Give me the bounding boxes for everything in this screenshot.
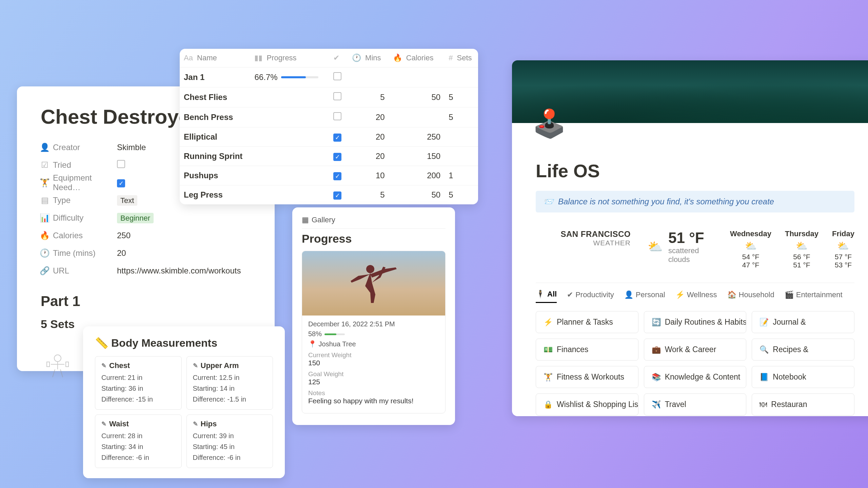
tile-finances[interactable]: 💵Finances: [536, 339, 638, 361]
current-weight-label: Current Weight: [308, 351, 439, 359]
calories-label: Calories: [53, 231, 83, 240]
pencil-icon: ✎: [101, 420, 106, 428]
fire-icon: 🔥: [41, 231, 49, 240]
checkbox-icon: ☑: [41, 160, 49, 170]
row-checkbox[interactable]: [333, 72, 341, 80]
row-checkbox[interactable]: ✓: [333, 191, 341, 200]
measurement-item[interactable]: ✎HipsCurrent: 39 inStarting: 45 inDiffer…: [186, 414, 273, 468]
goal-weight-label: Goal Weight: [308, 370, 439, 378]
table-row[interactable]: Bench Press205: [180, 107, 478, 127]
row-checkbox[interactable]: ✓: [333, 153, 341, 161]
weather-condition: scattered clouds: [668, 246, 713, 264]
tab-all[interactable]: 🕴All: [536, 290, 557, 303]
type-label: Type: [53, 196, 71, 205]
row-checkbox[interactable]: ✓: [333, 134, 341, 142]
url-value[interactable]: https://www.skimble.com/workouts: [117, 266, 241, 276]
tile-icon: 💵: [544, 345, 553, 354]
tile-journal-[interactable]: 📝Journal &: [752, 311, 854, 333]
col-sets[interactable]: Sets: [457, 54, 472, 62]
gallery-location: Joshua Tree: [319, 340, 356, 348]
table-row[interactable]: Running Sprint✓20150: [180, 147, 478, 166]
equipment-label: Equipment Need…: [53, 173, 117, 192]
text-icon: Aa: [184, 54, 193, 62]
calories-value[interactable]: 250: [117, 231, 131, 240]
row-checkbox[interactable]: [333, 92, 341, 100]
measurement-item[interactable]: ✎ChestCurrent: 21 inStarting: 36 inDiffe…: [95, 356, 182, 410]
tab-icon: 🎬: [785, 290, 794, 299]
tile-planner-tasks[interactable]: ⚡Planner & Tasks: [536, 311, 638, 333]
tile-notebook[interactable]: 📘Notebook: [752, 366, 854, 388]
row-checkbox[interactable]: ✓: [333, 172, 341, 180]
tab-personal[interactable]: 👤Personal: [624, 290, 665, 303]
col-name[interactable]: Name: [197, 54, 217, 62]
col-progress[interactable]: Progress: [267, 54, 297, 62]
tile-wishlist-shopping-list[interactable]: 🔒Wishlist & Shopping List: [536, 393, 638, 415]
tile-recipes-[interactable]: 🔍Recipes &: [752, 339, 854, 361]
table-row[interactable]: Jan 166.7%: [180, 67, 478, 87]
tab-icon: 🔒: [853, 290, 854, 299]
body-measurements-title: Body Measurements: [111, 337, 217, 349]
col-mins[interactable]: Mins: [365, 54, 381, 62]
svg-rect-4: [66, 362, 68, 367]
joystick-icon: 🕹️: [532, 108, 566, 140]
time-label: Time (mins): [53, 248, 96, 258]
tried-label: Tried: [53, 160, 71, 170]
tab-entertainment[interactable]: 🎬Entertainment: [785, 290, 843, 303]
life-os-title: Life OS: [536, 160, 854, 181]
tile-work-career[interactable]: 💼Work & Career: [644, 339, 747, 361]
col-calories[interactable]: Calories: [406, 54, 434, 62]
tab-out-about[interactable]: 🔒Out & About: [853, 290, 854, 303]
measurement-item[interactable]: ✎Upper ArmCurrent: 12.5 inStarting: 14 i…: [186, 356, 273, 410]
tile-icon: 📝: [760, 318, 769, 327]
weather-day: Wednesday⛅54 °F47 °F: [730, 229, 771, 269]
chart-icon: 📊: [41, 213, 49, 223]
tile-daily-routines-habits[interactable]: 🔄Daily Routines & Habits: [644, 311, 747, 333]
equipment-checkbox[interactable]: ✓: [117, 179, 125, 187]
person-icon: 👤: [41, 143, 49, 152]
tile-restauran[interactable]: 🍽Restauran: [752, 393, 854, 415]
table-row[interactable]: Pushups✓102001: [180, 166, 478, 185]
row-checkbox[interactable]: [333, 112, 341, 120]
tile-knowledge-content[interactable]: 📚Knowledge & Content: [644, 366, 747, 388]
svg-line-6: [60, 369, 63, 377]
difficulty-value[interactable]: Beginner: [117, 213, 154, 223]
pencil-icon: ✎: [101, 362, 106, 369]
svg-point-7: [366, 265, 374, 273]
gallery-icon: ▦: [302, 216, 309, 224]
life-os-card: 🕹️ Life OS 📨Balance is not something you…: [512, 60, 868, 416]
percent-bar: [324, 333, 345, 335]
creator-value[interactable]: Skimble: [117, 143, 146, 152]
svg-point-0: [54, 355, 61, 362]
tab-wellness[interactable]: ⚡Wellness: [675, 290, 717, 303]
time-value[interactable]: 20: [117, 248, 126, 258]
dumbbell-icon: 🏋: [41, 178, 49, 187]
bar-chart-icon: ▮▮: [254, 54, 262, 62]
tile-icon: ⚡: [544, 318, 553, 327]
weather-day: Thursday⛅56 °F51 °F: [785, 229, 818, 269]
table-row[interactable]: Leg Press✓5505: [180, 185, 478, 205]
quote-callout: 📨Balance is not something you find, it's…: [536, 191, 854, 212]
tab-icon: 🏠: [727, 290, 736, 299]
gallery-tab[interactable]: ▦Gallery: [302, 216, 446, 229]
measurement-item[interactable]: ✎WaistCurrent: 28 inStarting: 34 inDiffe…: [95, 414, 182, 468]
url-label: URL: [53, 266, 69, 276]
fire-icon: 🔥: [393, 54, 402, 62]
creator-label: Creator: [53, 143, 80, 152]
weather-temp: 51 °F: [668, 229, 713, 246]
pin-icon: 📍: [308, 340, 317, 348]
progress-gallery-card: ▦Gallery Progress December 16, 2022 2:51…: [292, 207, 455, 425]
tile-fitness-workouts[interactable]: 🏋️Fitness & Workouts: [536, 366, 638, 388]
tried-checkbox[interactable]: [117, 160, 125, 168]
weather-sub: WEATHER: [536, 239, 631, 247]
tab-household[interactable]: 🏠Household: [727, 290, 774, 303]
type-value[interactable]: Text: [117, 195, 137, 206]
tile-travel[interactable]: ✈️Travel: [644, 393, 747, 415]
tile-icon: 📚: [652, 373, 661, 382]
tab-productivity[interactable]: ✔Productivity: [567, 290, 614, 303]
hash-icon: #: [449, 54, 453, 62]
table-row[interactable]: Elliptical✓20250: [180, 127, 478, 147]
gallery-item[interactable]: December 16, 2022 2:51 PM 58% 📍 Joshua T…: [302, 251, 446, 413]
ruler-icon: 📏: [95, 337, 108, 349]
progress-title: Progress: [302, 232, 446, 245]
table-row[interactable]: Chest Flies5505: [180, 87, 478, 107]
